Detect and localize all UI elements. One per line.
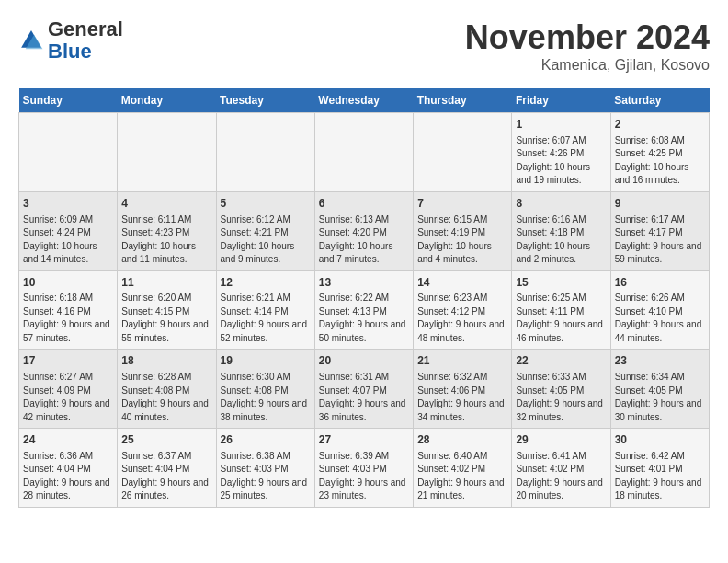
day-info: Sunrise: 6:27 AMSunset: 4:09 PMDaylight:… (23, 371, 113, 424)
day-info: Sunrise: 6:33 AMSunset: 4:05 PMDaylight:… (516, 371, 606, 424)
day-info: Sunrise: 6:21 AMSunset: 4:14 PMDaylight:… (221, 292, 311, 345)
calendar-cell: 17Sunrise: 6:27 AMSunset: 4:09 PMDayligh… (19, 350, 118, 429)
calendar-header-row: SundayMondayTuesdayWednesdayThursdayFrid… (19, 88, 710, 113)
header-sunday: Sunday (19, 88, 118, 113)
day-info: Sunrise: 6:37 AMSunset: 4:04 PMDaylight:… (121, 450, 211, 503)
calendar-cell: 19Sunrise: 6:30 AMSunset: 4:08 PMDayligh… (216, 350, 314, 429)
calendar-cell (216, 113, 314, 192)
day-info: Sunrise: 6:30 AMSunset: 4:08 PMDaylight:… (221, 371, 311, 424)
logo-icon (18, 28, 44, 53)
day-info: Sunrise: 6:15 AMSunset: 4:19 PMDaylight:… (417, 213, 507, 267)
day-info: Sunrise: 6:17 AMSunset: 4:17 PMDaylight:… (615, 213, 705, 267)
calendar-cell: 8Sunrise: 6:16 AMSunset: 4:18 PMDaylight… (512, 191, 610, 270)
day-info: Sunrise: 6:36 AMSunset: 4:04 PMDaylight:… (23, 450, 113, 503)
day-info: Sunrise: 6:39 AMSunset: 4:03 PMDaylight:… (319, 450, 409, 503)
day-number: 7 (417, 196, 507, 212)
day-info: Sunrise: 6:07 AMSunset: 4:26 PMDaylight:… (516, 134, 606, 188)
calendar-cell (19, 113, 118, 192)
header-friday: Friday (512, 88, 610, 113)
calendar-cell (118, 113, 216, 192)
day-number: 27 (319, 432, 409, 448)
day-info: Sunrise: 6:13 AMSunset: 4:20 PMDaylight:… (319, 213, 409, 267)
day-number: 22 (516, 353, 606, 369)
calendar-cell: 22Sunrise: 6:33 AMSunset: 4:05 PMDayligh… (512, 350, 610, 429)
day-info: Sunrise: 6:28 AMSunset: 4:08 PMDaylight:… (121, 371, 211, 424)
calendar-week-2: 3Sunrise: 6:09 AMSunset: 4:24 PMDaylight… (19, 191, 710, 270)
calendar-cell: 15Sunrise: 6:25 AMSunset: 4:11 PMDayligh… (512, 270, 610, 350)
calendar-cell: 7Sunrise: 6:15 AMSunset: 4:19 PMDaylight… (414, 191, 512, 270)
calendar-cell: 26Sunrise: 6:38 AMSunset: 4:03 PMDayligh… (216, 429, 314, 508)
page-title: November 2024 (465, 18, 710, 57)
day-number: 4 (121, 196, 211, 212)
day-info: Sunrise: 6:32 AMSunset: 4:06 PMDaylight:… (417, 371, 507, 424)
calendar-cell: 16Sunrise: 6:26 AMSunset: 4:10 PMDayligh… (610, 270, 709, 350)
calendar-cell: 10Sunrise: 6:18 AMSunset: 4:16 PMDayligh… (19, 270, 118, 350)
calendar-cell: 2Sunrise: 6:08 AMSunset: 4:25 PMDaylight… (610, 113, 709, 192)
calendar-cell: 11Sunrise: 6:20 AMSunset: 4:15 PMDayligh… (118, 270, 216, 350)
day-number: 11 (121, 275, 211, 291)
logo-blue-text: Blue (48, 40, 92, 63)
day-number: 3 (23, 196, 113, 212)
day-info: Sunrise: 6:18 AMSunset: 4:16 PMDaylight:… (23, 292, 113, 345)
day-info: Sunrise: 6:34 AMSunset: 4:05 PMDaylight:… (615, 371, 705, 424)
logo: General Blue (18, 18, 123, 63)
day-info: Sunrise: 6:23 AMSunset: 4:12 PMDaylight:… (417, 292, 507, 345)
day-number: 12 (221, 275, 311, 291)
day-number: 21 (417, 353, 507, 369)
day-number: 30 (615, 432, 705, 448)
calendar-week-1: 1Sunrise: 6:07 AMSunset: 4:26 PMDaylight… (19, 113, 710, 192)
day-number: 2 (615, 117, 705, 132)
calendar-week-4: 17Sunrise: 6:27 AMSunset: 4:09 PMDayligh… (19, 350, 710, 429)
calendar-cell (414, 113, 512, 192)
day-info: Sunrise: 6:25 AMSunset: 4:11 PMDaylight:… (516, 292, 606, 345)
calendar-cell: 6Sunrise: 6:13 AMSunset: 4:20 PMDaylight… (314, 191, 413, 270)
day-number: 17 (23, 353, 113, 369)
calendar-cell: 12Sunrise: 6:21 AMSunset: 4:14 PMDayligh… (216, 270, 314, 350)
day-number: 29 (516, 432, 606, 448)
day-number: 13 (319, 275, 409, 291)
header-thursday: Thursday (414, 88, 512, 113)
day-info: Sunrise: 6:11 AMSunset: 4:23 PMDaylight:… (121, 213, 211, 267)
day-info: Sunrise: 6:08 AMSunset: 4:25 PMDaylight:… (615, 134, 705, 188)
calendar-cell: 28Sunrise: 6:40 AMSunset: 4:02 PMDayligh… (414, 429, 512, 508)
calendar-cell: 21Sunrise: 6:32 AMSunset: 4:06 PMDayligh… (414, 350, 512, 429)
day-number: 20 (319, 353, 409, 369)
day-number: 26 (221, 432, 311, 448)
calendar-cell (314, 113, 413, 192)
header-monday: Monday (118, 88, 216, 113)
calendar-cell: 30Sunrise: 6:42 AMSunset: 4:01 PMDayligh… (610, 429, 709, 508)
header-saturday: Saturday (610, 88, 709, 113)
calendar-cell: 4Sunrise: 6:11 AMSunset: 4:23 PMDaylight… (118, 191, 216, 270)
title-block: November 2024 Kamenica, Gjilan, Kosovo (465, 18, 710, 74)
day-number: 25 (121, 432, 211, 448)
page-subtitle: Kamenica, Gjilan, Kosovo (465, 57, 710, 74)
day-number: 23 (615, 353, 705, 369)
calendar-cell: 24Sunrise: 6:36 AMSunset: 4:04 PMDayligh… (19, 429, 118, 508)
header-tuesday: Tuesday (216, 88, 314, 113)
day-number: 16 (615, 275, 705, 291)
day-info: Sunrise: 6:31 AMSunset: 4:07 PMDaylight:… (319, 371, 409, 424)
calendar-cell: 23Sunrise: 6:34 AMSunset: 4:05 PMDayligh… (610, 350, 709, 429)
calendar-cell: 27Sunrise: 6:39 AMSunset: 4:03 PMDayligh… (314, 429, 413, 508)
calendar-cell: 3Sunrise: 6:09 AMSunset: 4:24 PMDaylight… (19, 191, 118, 270)
day-number: 28 (417, 432, 507, 448)
calendar-cell: 20Sunrise: 6:31 AMSunset: 4:07 PMDayligh… (314, 350, 413, 429)
calendar-cell: 5Sunrise: 6:12 AMSunset: 4:21 PMDaylight… (216, 191, 314, 270)
calendar-week-3: 10Sunrise: 6:18 AMSunset: 4:16 PMDayligh… (19, 270, 710, 350)
day-info: Sunrise: 6:16 AMSunset: 4:18 PMDaylight:… (516, 213, 606, 267)
day-info: Sunrise: 6:41 AMSunset: 4:02 PMDaylight:… (516, 450, 606, 503)
day-number: 6 (319, 196, 409, 212)
calendar-cell: 9Sunrise: 6:17 AMSunset: 4:17 PMDaylight… (610, 191, 709, 270)
day-info: Sunrise: 6:42 AMSunset: 4:01 PMDaylight:… (615, 450, 705, 503)
day-number: 1 (516, 117, 606, 132)
day-info: Sunrise: 6:22 AMSunset: 4:13 PMDaylight:… (319, 292, 409, 345)
day-info: Sunrise: 6:20 AMSunset: 4:15 PMDaylight:… (121, 292, 211, 345)
day-info: Sunrise: 6:26 AMSunset: 4:10 PMDaylight:… (615, 292, 705, 345)
day-number: 24 (23, 432, 113, 448)
day-info: Sunrise: 6:40 AMSunset: 4:02 PMDaylight:… (417, 450, 507, 503)
day-number: 8 (516, 196, 606, 212)
calendar-cell: 14Sunrise: 6:23 AMSunset: 4:12 PMDayligh… (414, 270, 512, 350)
day-number: 10 (23, 275, 113, 291)
day-number: 9 (615, 196, 705, 212)
day-number: 5 (221, 196, 311, 212)
